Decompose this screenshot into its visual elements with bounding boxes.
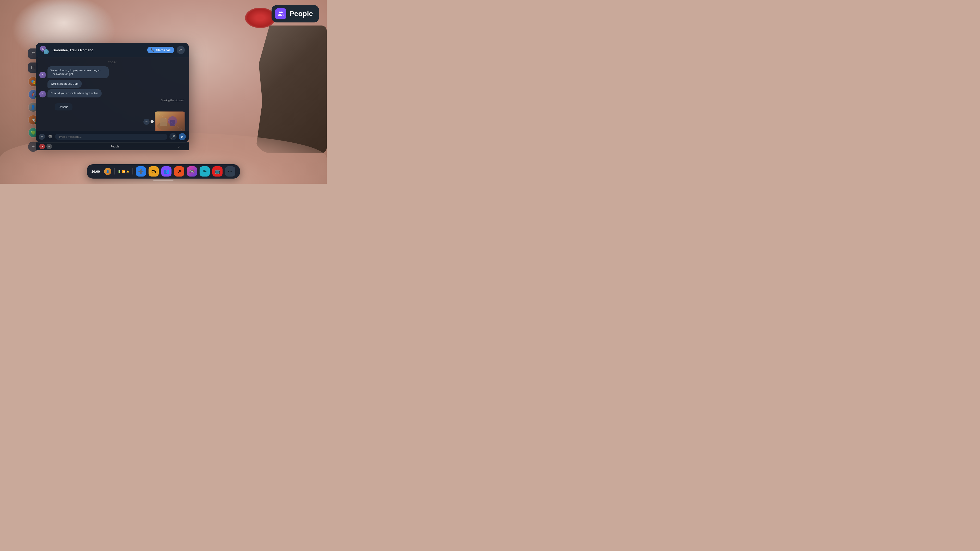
message-input[interactable] [55,134,167,140]
worlds-app-button[interactable]: 🎮 [187,166,197,176]
chat-header-avatars: K T [40,45,49,55]
image-thumbnail[interactable] [155,111,185,131]
people-app-button[interactable]: 👥 [161,166,172,176]
notification-icon: 🔔 [126,170,129,173]
image-message-row: ··· [143,111,185,131]
share-app-button[interactable]: ↗ [174,166,184,176]
image-indicator [151,120,154,123]
sharing-label: Sharing the pictures! [161,99,184,102]
unsend-menu[interactable]: Unsend [55,103,73,110]
svg-rect-11 [160,118,167,126]
image-thumb-inner [155,111,185,131]
people-badge[interactable]: People [272,5,319,22]
store-app-button[interactable]: 🛍 [148,166,159,176]
taskbar-divider-2 [132,168,133,175]
add-attachment-button[interactable]: + [39,134,45,140]
message-row-1: K We're planning to play some laser tag … [39,66,185,78]
svg-point-8 [181,49,182,50]
image-message-area: Unsend ··· [39,103,185,131]
chat-avatar-2: T [43,49,49,55]
svg-point-3 [33,52,35,53]
people-badge-text: People [290,10,313,18]
message-row-4: Sharing the pictures! [39,99,185,102]
message-bubble-1: We're planning to play some laser tag in… [48,66,109,78]
scroll-indicator [153,179,173,181]
start-call-button[interactable]: 📞 Start a call [147,47,174,53]
chat-options-button[interactable]: ··· [139,48,145,52]
message-bubble-2: We'll start around 7pm [48,80,82,88]
svg-point-7 [180,49,181,50]
svg-point-2 [32,52,33,53]
chat-messages: TODAY K We're planning to play some lase… [36,57,189,131]
taskbar-user-avatar[interactable]: 👤 [104,168,111,175]
send-button[interactable]: ➤ [179,133,186,140]
call-icon: 📞 [151,48,155,52]
chat-window: K T Kimburlee, Travis Romano ··· 📞 Start… [36,43,189,142]
more-options-icon[interactable]: ··· [183,144,185,148]
date-divider: TODAY [39,61,185,64]
expand-icon[interactable]: ⤢ [178,144,180,148]
chat-footer-title: People [110,145,119,148]
battery-icon: 🔋 [118,170,121,173]
vr-rock-wall [255,25,327,153]
tv-app-button[interactable]: 📺 [212,166,223,176]
message-row-3: K I'll send you an invite when I get onl… [39,89,185,97]
add-app-button[interactable]: ➕ [136,166,146,176]
chat-minimize-button[interactable]: − [46,144,52,149]
chat-footer-bar: ✕ − People ⤢ ··· [36,142,189,150]
chat-header: K T Kimburlee, Travis Romano ··· 📞 Start… [36,43,189,57]
vr-flowers [245,8,275,28]
msg-avatar-3: K [39,91,46,97]
wifi-icon: 📶 [122,170,125,173]
image-button[interactable]: 🖼 [47,134,53,140]
chat-close-button[interactable]: ✕ [39,144,45,149]
people-badge-icon [275,8,286,19]
chat-people-button[interactable] [177,46,185,54]
msg-avatar-1: K [39,72,46,78]
message-bubble-3: I'll send you an invite when I get onlin… [48,89,102,97]
svg-rect-13 [170,120,175,126]
image-options-button[interactable]: ··· [143,119,150,125]
svg-point-0 [279,11,281,13]
draw-app-button[interactable]: ✏ [200,166,210,176]
taskbar: 10:00 👤 🔋 📶 🔔 ➕ 🛍 👥 ↗ 🎮 ✏ 📺 ⋯ [87,164,240,179]
taskbar-time: 10:00 [91,170,102,173]
microphone-button[interactable]: 🎤 [169,133,177,140]
chat-header-name: Kimburlee, Travis Romano [52,48,137,52]
svg-point-1 [281,11,283,13]
chat-footer-icons: ⤢ ··· [178,144,185,148]
taskbar-status-icons: 🔋 📶 🔔 [118,170,129,173]
chat-input-area: + 🖼 🎤 ➤ [36,131,189,142]
more-apps-button[interactable]: ⋯ [225,166,235,176]
message-row-2: We'll start around 7pm [39,80,185,88]
